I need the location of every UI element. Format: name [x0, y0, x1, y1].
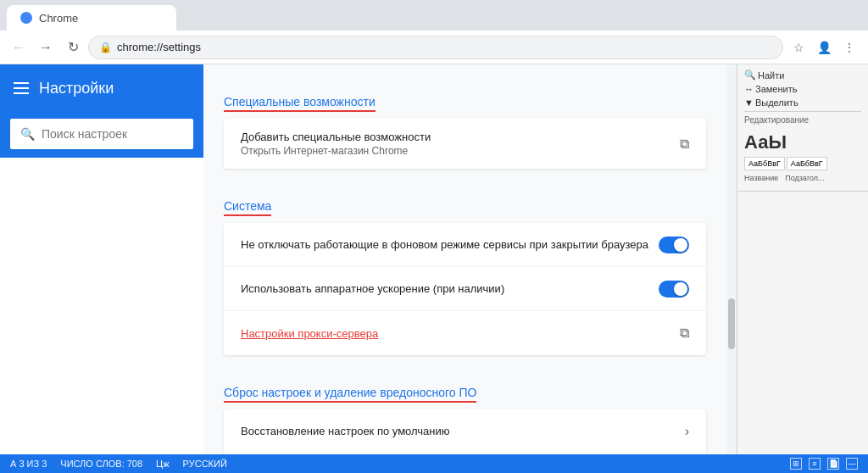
accessibility-section: Специальные возможности Добавить специал… [224, 78, 706, 169]
page-info: А 3 ИЗ 3 [10, 459, 47, 469]
hamburger-line [14, 82, 29, 84]
system-item-1: Использовать аппаратное ускорение (при н… [224, 267, 706, 311]
nav-actions: ☆ 👤 ⋮ [787, 36, 861, 59]
reset-item-0-text: Восстановление настроек по умолчанию [241, 425, 685, 437]
styles-row: АаБбВвГ АаБбВвГ [744, 157, 861, 170]
accessibility-text: Добавить специальные возможности Открыть… [241, 131, 680, 157]
system-card: Не отключать работающие в фоновом режиме… [224, 223, 706, 355]
bookmark-button[interactable]: ☆ [787, 36, 810, 59]
system-item-2-text: Настройки прокси-сервера [241, 327, 680, 340]
menu-button[interactable]: ⋮ [837, 36, 861, 59]
accessibility-section-title: Специальные возможности [224, 95, 376, 112]
secure-icon: 🔒 [99, 42, 112, 53]
find-label: Найти [758, 70, 784, 81]
scrollbar-track[interactable] [726, 64, 737, 454]
reset-item-0[interactable]: Восстановление настроек по умолчанию › [224, 409, 706, 454]
status-icon-3[interactable]: 📄 [827, 458, 839, 470]
nav-bar: ← → ↻ 🔒 chrome://settings ☆ 👤 ⋮ [0, 31, 868, 64]
style-box-2-text: АаБбВвГ [791, 159, 823, 168]
reload-button[interactable]: ↻ [61, 36, 85, 59]
language: РУССКИЙ [183, 459, 227, 469]
word-count: ЧИСЛО СЛОВ: 708 [60, 459, 142, 469]
system-item-1-text: Использовать аппаратное ускорение (при н… [241, 282, 659, 295]
system-section-title: Система [224, 199, 271, 216]
reset-section-title: Сброс настроек и удаление вредоносного П… [224, 386, 476, 403]
search-bar-wrap: 🔍 [0, 112, 203, 158]
main-area: Настройки 🔍 Специальные возможности [0, 64, 868, 454]
right-panel: 🔍 Найти ↔ Заменить ▼ Выделить [737, 64, 868, 454]
back-button[interactable]: ← [7, 36, 31, 59]
panel-divider [744, 111, 861, 112]
status-bar: А 3 ИЗ 3 ЧИСЛО СЛОВ: 708 Цж РУССКИЙ ⊞ ≡ … [0, 454, 868, 473]
accessibility-item[interactable]: Добавить специальные возможности Открыть… [224, 119, 706, 169]
select-label: Выделить [755, 97, 798, 108]
system-item-0-main: Не отключать работающие в фоновом режиме… [241, 238, 659, 251]
active-tab[interactable]: Chrome [7, 5, 176, 31]
external-link-icon: ⧉ [680, 136, 689, 152]
chevron-right-icon: › [685, 424, 689, 439]
hamburger-menu[interactable] [14, 82, 29, 94]
style-box-1[interactable]: АаБбВвГ [744, 157, 785, 170]
accessibility-main-text: Добавить специальные возможности [241, 131, 680, 143]
style-labels-row: Название Подзагол... [744, 174, 861, 182]
style-label-2: Подзагол... [785, 174, 824, 182]
status-icon-2[interactable]: ≡ [809, 458, 821, 470]
scrollbar-thumb[interactable] [728, 298, 735, 349]
reset-section: Сброс настроек и удаление вредоносного П… [224, 369, 706, 454]
search-field[interactable]: 🔍 [10, 119, 193, 149]
proxy-external-icon: ⧉ [680, 326, 689, 341]
settings-content: Специальные возможности Добавить специал… [203, 64, 726, 454]
browser-frame: Chrome ← → ↻ 🔒 chrome://settings ☆ 👤 ⋮ [0, 0, 868, 473]
style-box-1-text: АаБбВвГ [748, 159, 781, 168]
style-label-1: Название [744, 174, 778, 182]
search-input[interactable] [42, 127, 183, 141]
right-panel-replace-row: ↔ Заменить [744, 84, 861, 94]
right-panel-find-row: 🔍 Найти [744, 70, 861, 81]
search-icon: 🔍 [20, 127, 35, 141]
settings-inner: Специальные возможности Добавить специал… [203, 64, 726, 454]
address-bar[interactable]: 🔒 chrome://settings [88, 36, 783, 59]
forward-button[interactable]: → [34, 36, 58, 59]
replace-label: Заменить [755, 84, 797, 94]
system-item-1-main: Использовать аппаратное ускорение (при н… [241, 282, 659, 295]
sidebar-header: Настройки [0, 64, 203, 112]
replace-icon: ↔ [744, 84, 754, 94]
find-icon: 🔍 [744, 70, 756, 81]
status-icon-1[interactable]: ⊞ [790, 458, 802, 470]
zoom-slider[interactable]: — [846, 458, 858, 470]
accessibility-sub-text: Открыть Интернет-магазин Chrome [241, 145, 680, 157]
right-panel-styles-row: АаЫ [744, 131, 861, 153]
find-button[interactable]: 🔍 Найти [744, 70, 784, 81]
chrome-tab-icon [20, 12, 32, 24]
background-services-toggle[interactable] [659, 236, 689, 253]
profile-button[interactable]: 👤 [812, 36, 836, 59]
proxy-settings-link[interactable]: Настройки прокси-сервера [241, 327, 378, 340]
sidebar-title: Настройки [39, 80, 114, 97]
tab-label: Chrome [39, 12, 78, 25]
system-item-0: Не отключать работающие в фоновом режиме… [224, 223, 706, 267]
right-panel-select-row: ▼ Выделить [744, 97, 861, 108]
system-section: Система Не отключать работающие в фоново… [224, 182, 706, 355]
reset-card: Восстановление настроек по умолчанию › У… [224, 409, 706, 454]
right-panel-edit-label: Редактирование [744, 115, 861, 125]
accessibility-card: Добавить специальные возможности Открыть… [224, 119, 706, 169]
hardware-acceleration-toggle[interactable] [659, 281, 689, 298]
status-right: ⊞ ≡ 📄 — [790, 458, 858, 470]
system-item-2[interactable]: Настройки прокси-сервера ⧉ [224, 311, 706, 355]
address-text: chrome://settings [117, 41, 772, 53]
system-item-0-text: Не отключать работающие в фоновом режиме… [241, 238, 659, 251]
select-icon: ▼ [744, 97, 754, 108]
style-box-2[interactable]: АаБбВвГ [787, 157, 827, 170]
select-button[interactable]: ▼ Выделить [744, 97, 798, 108]
replace-button[interactable]: ↔ Заменить [744, 84, 797, 94]
settings-sidebar: Настройки 🔍 [0, 64, 203, 454]
tab-bar: Chrome [0, 0, 868, 31]
right-panel-toolbar: 🔍 Найти ↔ Заменить ▼ Выделить [737, 64, 868, 192]
styles-preview-big: АаЫ [744, 131, 787, 153]
hamburger-line [14, 92, 29, 94]
locale-code: Цж [156, 459, 170, 469]
hamburger-line [14, 87, 29, 89]
